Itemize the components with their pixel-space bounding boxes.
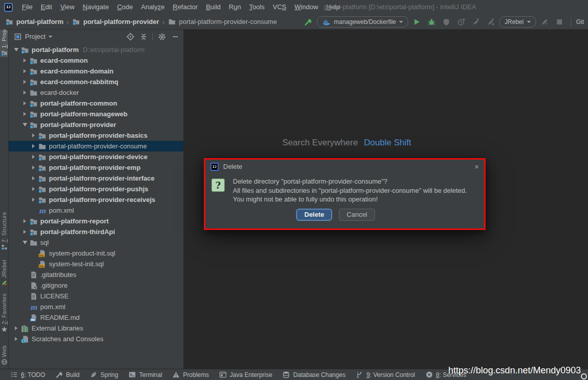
collapsed-arrow-icon[interactable] — [29, 187, 38, 191]
jrebel-debug-button[interactable] — [485, 16, 497, 28]
git-widget[interactable]: Git — [576, 18, 585, 26]
expanded-arrow-icon[interactable] — [20, 240, 29, 245]
tree-item-scratches-and-consoles[interactable]: Scratches and Consoles — [9, 334, 183, 344]
collapsed-arrow-icon[interactable] — [29, 155, 38, 159]
menu-file[interactable]: File — [18, 0, 37, 14]
tree-item-ecard-common-domain[interactable]: ecard-common-domain — [9, 66, 183, 77]
tree-item-portal-platform-common[interactable]: portal-platform-common — [9, 98, 183, 109]
tree-item-sql[interactable]: sql — [9, 237, 183, 248]
collapse-all-button[interactable] — [139, 33, 148, 41]
build-project-button[interactable] — [302, 16, 314, 28]
collapsed-arrow-icon[interactable] — [12, 326, 20, 331]
collapsed-arrow-icon[interactable] — [29, 144, 38, 148]
collapsed-arrow-icon[interactable] — [20, 90, 29, 95]
menu-refactor[interactable]: Refactor — [169, 0, 202, 14]
jrebel-select[interactable]: JRebel — [499, 16, 536, 28]
tree-item-portal-platform-report[interactable]: portal-platform-report — [9, 216, 183, 226]
menu-tools[interactable]: Tools — [245, 0, 269, 14]
delete-button[interactable]: Delete — [296, 209, 332, 221]
collapsed-arrow-icon[interactable] — [20, 58, 29, 63]
menu-view[interactable]: View — [56, 0, 78, 14]
close-icon[interactable]: × — [474, 163, 479, 170]
tree-item-portal-platform-provider-emp[interactable]: portal-platform-provider-emp — [9, 162, 183, 173]
statusbar-database-changes[interactable]: Database Changes — [282, 371, 345, 378]
tree-item-ecard-docker[interactable]: ecard-docker — [9, 87, 183, 98]
tree-item-portal-platform-provider-pushjs[interactable]: portal-platform-provider-pushjs — [9, 184, 183, 194]
tree-item-portal-platform-provider-device[interactable]: portal-platform-provider-device — [9, 151, 183, 162]
debug-button[interactable] — [425, 16, 438, 28]
sidebar-tab-structure[interactable]: 7: Structure — [0, 207, 8, 251]
dialog-title-bar[interactable]: IJ Delete × — [205, 160, 484, 173]
jrebel-run-button[interactable] — [470, 16, 482, 28]
collapsed-arrow-icon[interactable] — [20, 101, 29, 106]
sidebar-tab-web[interactable]: Web — [0, 346, 8, 366]
tree-item--gitattributes[interactable]: .gitattributes — [9, 269, 183, 280]
collapsed-arrow-icon[interactable] — [20, 112, 29, 116]
tree-item-readme-md[interactable]: MDREADME.md — [9, 312, 183, 323]
statusbar-java-enterprise[interactable]: Java Enterprise — [219, 371, 272, 378]
tree-item--gitignore[interactable]: .gitignore — [9, 280, 183, 291]
collapsed-arrow-icon[interactable] — [29, 165, 38, 170]
collapsed-arrow-icon[interactable] — [29, 197, 38, 202]
project-view-selector[interactable]: Project — [13, 33, 52, 41]
tree-item-license[interactable]: LICENSE — [9, 291, 183, 301]
profiler-button[interactable] — [455, 16, 467, 28]
tree-item-external-libraries[interactable]: External Libraries — [9, 323, 183, 334]
collapsed-arrow-icon[interactable] — [12, 337, 20, 341]
expanded-arrow-icon[interactable] — [12, 47, 20, 52]
tree-item-portal-platform[interactable]: portal-platformD:\ets\portal-platform — [9, 44, 183, 55]
breadcrumb-item[interactable]: portal-platform — [5, 18, 63, 26]
tree-item-system-test-init-sql[interactable]: SQLsystem-test-init.sql — [9, 259, 183, 269]
gear-icon[interactable] — [157, 33, 166, 41]
cancel-button[interactable]: Cancel — [339, 209, 375, 221]
collapsed-arrow-icon[interactable] — [29, 133, 38, 138]
collapsed-arrow-icon[interactable] — [20, 230, 29, 234]
statusbar-problems[interactable]: Problems — [172, 371, 209, 378]
hide-panel-button[interactable] — [171, 33, 179, 41]
tree-item-portal-platform-manageweb[interactable]: portal-platform-manageweb — [9, 109, 183, 119]
statusbar-spring[interactable]: Spring — [89, 371, 118, 378]
select-opened-file-button[interactable] — [126, 33, 135, 41]
run-config-select[interactable]: manageweb/Dockerfile — [317, 16, 408, 28]
menu-build[interactable]: Build — [202, 0, 225, 14]
sidebar-tab-jrebel[interactable]: JRebel — [0, 258, 8, 287]
collapsed-arrow-icon[interactable] — [29, 176, 38, 181]
tree-item-portal-platform-provider-interface[interactable]: portal-platform-provider-interface — [9, 173, 183, 184]
menu-vcs[interactable]: VCS — [269, 0, 290, 14]
breadcrumb-item[interactable]: portal-platform-provider-consume — [168, 18, 277, 26]
menu-run[interactable]: Run — [225, 0, 245, 14]
menu-navigate[interactable]: Navigate — [78, 0, 113, 14]
jrebel-action-button[interactable] — [539, 16, 551, 28]
statusbar-6-todo[interactable]: 6: TODO — [10, 371, 45, 378]
expanded-arrow-icon[interactable] — [20, 122, 29, 127]
tree-item-portal-platform-provider-receivejs[interactable]: portal-platform-provider-receivejs — [9, 194, 183, 205]
menu-window[interactable]: Window — [290, 0, 322, 14]
tree-item-portal-platform-thirdapi[interactable]: portal-platform-thirdApi — [9, 226, 183, 237]
statusbar-build[interactable]: Build — [55, 371, 80, 378]
collapsed-arrow-icon[interactable] — [20, 219, 29, 223]
run-button[interactable] — [411, 16, 423, 28]
breadcrumb-item[interactable]: portal-platform-provider — [72, 18, 159, 26]
menu-edit[interactable]: Edit — [37, 0, 56, 14]
tree-item-portal-platform-provider-basics[interactable]: portal-platform-provider-basics — [9, 130, 183, 141]
tree-item-pom-xml[interactable]: mpom.xml — [9, 301, 183, 312]
tree-item-pom-xml[interactable]: mpom.xml — [9, 205, 183, 216]
tree-item-ecard-common[interactable]: ecard-common — [9, 55, 183, 66]
sidebar-tab-project[interactable]: 1: Project — [0, 30, 8, 57]
tree-item-portal-platform-provider[interactable]: portal-platform-provider — [9, 119, 183, 130]
statusbar-9-version-control[interactable]: 9: Version Control — [355, 371, 415, 378]
collapsed-arrow-icon[interactable] — [20, 80, 29, 84]
tree-item-ecard-common-rabbitmq[interactable]: ecard-common-rabbitmq — [9, 77, 183, 87]
menu-code[interactable]: Code — [113, 0, 137, 14]
chevron-down-icon — [527, 21, 531, 23]
jrebel-tab-icon — [0, 280, 9, 286]
tree-item-system-product-init-sql[interactable]: SQLsystem-product-init.sql — [9, 248, 183, 259]
stop-button[interactable] — [553, 16, 566, 28]
tree-item-label: portal-platform-provider-pushjs — [49, 185, 148, 193]
coverage-button[interactable] — [440, 16, 452, 28]
statusbar-terminal[interactable]: Terminal — [128, 371, 162, 378]
collapsed-arrow-icon[interactable] — [20, 69, 29, 73]
tree-item-portal-platform-provider-consume[interactable]: portal-platform-provider-consume — [9, 141, 183, 151]
sidebar-tab-favorites[interactable]: 2: Favorites — [0, 293, 8, 334]
menu-analyze[interactable]: Analyze — [137, 0, 169, 14]
